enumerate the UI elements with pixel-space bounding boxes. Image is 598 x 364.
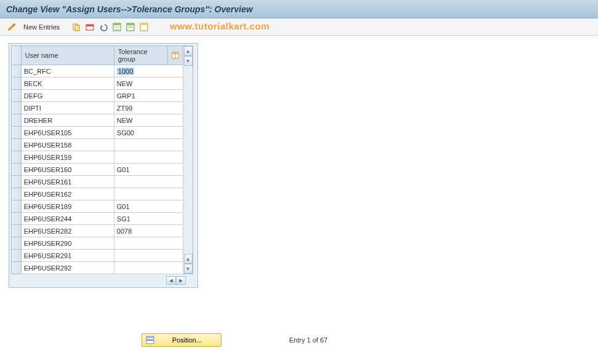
scroll-down-button[interactable]: ▼ <box>184 264 193 274</box>
svg-rect-17 <box>146 336 154 338</box>
row-selector[interactable] <box>12 188 22 200</box>
row-selector[interactable] <box>12 114 22 127</box>
table-row: DREHERNEW <box>12 114 183 127</box>
svg-rect-7 <box>113 29 121 30</box>
position-icon <box>145 334 156 346</box>
deselect-all-button[interactable] <box>138 22 150 33</box>
row-selector[interactable] <box>12 65 22 77</box>
tolerance-group-cell[interactable] <box>114 250 183 262</box>
scroll-right-button[interactable]: ▶ <box>176 276 186 285</box>
row-selector[interactable] <box>12 225 22 237</box>
user-name-cell[interactable]: EHP6USER189 <box>21 200 114 213</box>
tolerance-group-cell[interactable] <box>114 262 183 274</box>
tolerance-group-cell[interactable]: SG00 <box>114 127 183 139</box>
tolerance-group-cell[interactable] <box>114 237 183 250</box>
row-selector[interactable] <box>12 262 22 274</box>
new-entries-button[interactable]: New Entries <box>20 22 63 32</box>
user-name-cell[interactable]: EHP6USER244 <box>21 213 114 225</box>
svg-rect-6 <box>113 26 121 28</box>
row-selector[interactable] <box>12 237 22 250</box>
row-selector[interactable] <box>12 200 22 213</box>
tolerance-group-cell[interactable]: 1000 <box>114 65 183 77</box>
entry-status: Entry 1 of 67 <box>289 336 327 344</box>
user-name-cell[interactable]: EHP6USER158 <box>21 139 114 151</box>
select-block-button[interactable] <box>125 22 136 33</box>
user-name-cell[interactable]: DREHER <box>21 114 114 127</box>
toggle-display-change-button[interactable] <box>6 22 17 33</box>
delete-button[interactable] <box>84 22 95 33</box>
scroll-down-button-top[interactable]: ▼ <box>184 56 193 66</box>
row-selector[interactable] <box>12 176 22 188</box>
page-title: Change View "Assign Users-->Tolerance Gr… <box>6 4 253 14</box>
tolerance-group-cell[interactable]: NEW <box>114 114 183 127</box>
select-all-rows[interactable] <box>12 46 22 65</box>
table-row: EHP6USER189G01 <box>12 200 183 213</box>
tolerance-group-cell[interactable] <box>114 188 183 200</box>
tolerance-group-cell[interactable]: G01 <box>114 200 183 213</box>
user-name-cell[interactable]: EHP6USER291 <box>21 250 114 262</box>
column-header-user[interactable]: User name <box>21 46 114 65</box>
tolerance-group-cell[interactable] <box>114 176 183 188</box>
user-name-cell[interactable]: BC_RFC <box>21 65 114 77</box>
tolerance-group-cell[interactable]: GRP1 <box>114 90 183 102</box>
user-name-cell[interactable]: DEFG <box>21 90 114 102</box>
scrollbar-thumb-placeholder <box>184 66 193 76</box>
tolerance-group-cell[interactable] <box>114 139 183 151</box>
scroll-up-button-bottom[interactable]: ▲ <box>184 254 193 264</box>
row-selector[interactable] <box>12 151 22 164</box>
svg-rect-12 <box>140 23 148 25</box>
user-name-cell[interactable]: EHP6USER290 <box>21 237 114 250</box>
pencil-glasses-icon <box>7 22 17 32</box>
row-selector[interactable] <box>12 90 22 102</box>
scroll-up-button[interactable]: ▲ <box>184 46 193 56</box>
vertical-scrollbar[interactable]: ▲ ▼ ▲ ▼ <box>183 46 193 274</box>
position-button-label: Position... <box>156 336 218 344</box>
tolerance-group-cell[interactable]: ZT99 <box>114 102 183 114</box>
table-container: User name Tolerance group BC_RFC1000BECK… <box>9 43 198 288</box>
user-name-cell[interactable]: EHP6USER162 <box>21 188 114 200</box>
user-name-cell[interactable]: BECK <box>21 77 114 90</box>
tolerance-group-cell[interactable] <box>114 151 183 164</box>
row-selector[interactable] <box>12 102 22 114</box>
position-button[interactable]: Position... <box>142 333 221 347</box>
user-name-cell[interactable]: EHP6USER292 <box>21 262 114 274</box>
footer-bar: Position... Entry 1 of 67 <box>0 333 598 347</box>
row-selector[interactable] <box>12 139 22 151</box>
row-selector[interactable] <box>12 250 22 262</box>
table-row: EHP6USER105SG00 <box>12 127 183 139</box>
user-name-cell[interactable]: EHP6USER161 <box>21 176 114 188</box>
undo-icon <box>99 23 108 31</box>
table-row: DIPTIZT99 <box>12 102 183 114</box>
column-header-tol[interactable]: Tolerance group <box>114 46 167 65</box>
svg-rect-9 <box>127 23 134 25</box>
svg-rect-1 <box>75 25 79 31</box>
user-name-cell[interactable]: EHP6USER160 <box>21 164 114 176</box>
table-row: EHP6USER158 <box>12 139 183 151</box>
table-row: BECKNEW <box>12 77 183 90</box>
watermark-text: www.tutorialkart.com <box>170 21 269 31</box>
user-name-cell[interactable]: EHP6USER105 <box>21 127 114 139</box>
copy-as-button[interactable] <box>71 22 82 33</box>
row-selector[interactable] <box>12 213 22 225</box>
svg-rect-5 <box>113 23 121 25</box>
row-selector[interactable] <box>12 77 22 90</box>
horizontal-scrollbar[interactable]: ◀ ▶ <box>11 275 196 285</box>
scroll-left-button[interactable]: ◀ <box>166 276 176 285</box>
tolerance-group-cell[interactable]: NEW <box>114 77 183 90</box>
table-config-button[interactable] <box>167 46 183 65</box>
user-name-cell[interactable]: DIPTI <box>21 102 114 114</box>
tolerance-group-cell[interactable]: 0078 <box>114 225 183 237</box>
user-name-cell[interactable]: EHP6USER159 <box>21 151 114 164</box>
select-all-button[interactable] <box>111 22 122 33</box>
row-selector[interactable] <box>12 164 22 176</box>
undo-button[interactable] <box>98 22 109 33</box>
select-all-icon <box>113 23 121 31</box>
table-row: EHP6USER292 <box>12 262 183 274</box>
row-selector[interactable] <box>12 127 22 139</box>
user-name-cell[interactable]: EHP6USER282 <box>21 225 114 237</box>
table-row: EHP6USER159 <box>12 151 183 164</box>
select-block-icon <box>126 23 135 31</box>
tolerance-group-cell[interactable]: SG1 <box>114 213 183 225</box>
tolerance-group-cell[interactable]: G01 <box>114 164 183 176</box>
svg-rect-10 <box>127 26 134 28</box>
